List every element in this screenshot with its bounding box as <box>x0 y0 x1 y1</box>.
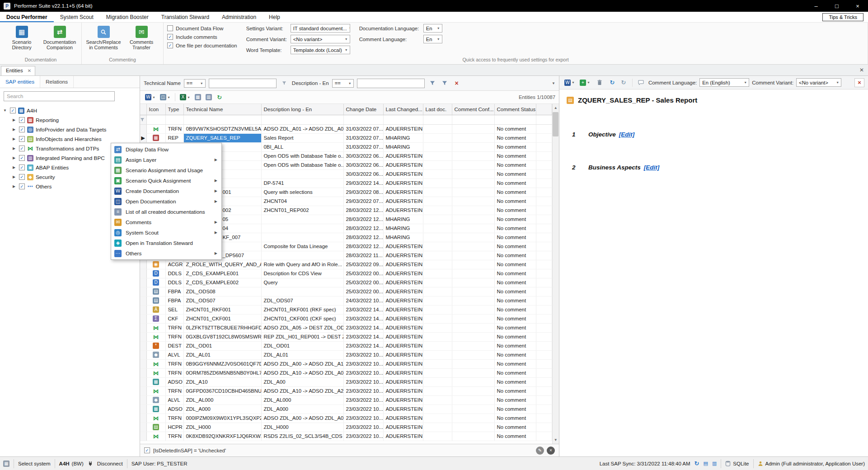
close-panel-icon[interactable]: × <box>854 78 864 87</box>
table-row[interactable]: ◆ ALVL ZDL_AL01 ZDL_AL01 23/03/2022 10..… <box>140 350 552 359</box>
clear-filter-icon[interactable]: × <box>452 79 461 88</box>
tree-checkbox[interactable] <box>19 117 25 123</box>
table-row[interactable]: * DEST ZDL_OD01 ZDL_OD01 23/03/2022 14..… <box>140 341 552 350</box>
tree-checkbox[interactable] <box>19 183 25 189</box>
export-excel-button[interactable]: X▼ <box>178 93 192 101</box>
table-row[interactable]: ⋈ TRFN 000IPZM09X9W0X1YPL3SQXP2F ADSO ZD… <box>140 414 552 423</box>
minimize-button[interactable]: – <box>806 0 826 12</box>
tree-item-infoprovider-and-data-targets[interactable]: ▶ ◎ InfoProvider and Data Targets <box>2 125 140 134</box>
refresh-button[interactable]: ↻ <box>215 93 224 101</box>
checkbox-icon[interactable] <box>167 25 173 31</box>
expander-icon[interactable]: ▶ <box>11 137 17 141</box>
table-row[interactable]: ⋈ TRFN 0GFPD0367CD10CBHD465BNU5 ADSO ZDL… <box>140 386 552 395</box>
table-row[interactable]: ▤ FBPA ZDL_ODS07 ZDL_ODS07 24/03/2022 10… <box>140 296 552 305</box>
menu-item-scenario-quick-assignment[interactable]: ▣ Scenario Quick Assignment ▶ <box>111 175 221 186</box>
disconnect-button[interactable]: Disconnect <box>97 461 123 466</box>
table-row[interactable]: ⋈ TRFN 0B9VW7KSHOSDTZN3VMEL5AF4 ADSO ZDL… <box>140 124 552 133</box>
add-section-button[interactable]: + ▼ <box>578 79 591 87</box>
expander-icon[interactable]: ▶ <box>11 165 17 169</box>
tree-checkbox[interactable] <box>19 174 25 180</box>
strip-close-icon[interactable]: ✕ <box>859 67 864 73</box>
table-row[interactable]: ▤ HCPR ZDL_H000 ZDL_H000 23/03/2022 10..… <box>140 423 552 432</box>
checkbox-include-comments[interactable]: Include comments <box>167 34 237 40</box>
maximize-button[interactable]: □ <box>826 0 847 12</box>
ribbon-tab-administration[interactable]: Administration <box>216 12 263 22</box>
history-button[interactable]: ↻ <box>619 79 628 87</box>
table-row[interactable]: ⋈ TRFN 0LZFKT9ZTTBC8UEE7RHHGFDGF ADSO ZD… <box>140 323 552 332</box>
tab-entities[interactable]: Entities ✕ <box>1 66 35 75</box>
refresh-button[interactable]: ↻ <box>608 79 617 87</box>
documentation-comparison-button[interactable]: ⇄ Documentation Comparison <box>42 25 78 57</box>
menu-item-comments[interactable]: ✉ Comments ▶ <box>111 217 221 227</box>
tree-checkbox[interactable] <box>19 136 25 142</box>
filter-value-1-input[interactable] <box>209 79 277 88</box>
grid-filter-row[interactable] <box>140 115 552 124</box>
vertical-scrollbar[interactable]: ▲ ▼ <box>552 104 559 444</box>
expander-icon[interactable]: ▶ <box>11 156 17 160</box>
select-system-button[interactable]: Select system <box>18 461 51 466</box>
sync-icon[interactable]: ↻ <box>694 460 699 467</box>
edit-link[interactable]: [Edit] <box>619 131 635 138</box>
menu-item-open-documentation[interactable]: ◫ Open Documentation ▶ <box>111 196 221 207</box>
footer-filter-checkbox[interactable] <box>144 447 150 453</box>
expander-icon[interactable]: ▼ <box>2 108 8 113</box>
scroll-down-icon[interactable]: ▼ <box>553 436 559 444</box>
expander-icon[interactable]: ▶ <box>11 175 17 179</box>
expander-icon[interactable]: ▶ <box>11 184 17 188</box>
remove-filter-icon[interactable]: × <box>547 446 555 455</box>
table-row[interactable]: D DDLS Z_CDS_EXAMPLE001 Description for … <box>140 269 552 278</box>
select-word-template[interactable]: Template.dotx (Local)▼ <box>291 46 350 54</box>
layout-icon[interactable]: ▤ <box>704 461 708 466</box>
close-button[interactable]: × <box>847 0 868 12</box>
scrollbar-thumb[interactable] <box>553 112 558 136</box>
export-word-button[interactable]: W▼ <box>144 93 157 101</box>
grid-layout-button[interactable]: ▥ <box>204 93 213 101</box>
edit-link[interactable]: [Edit] <box>644 164 660 171</box>
select-comment-language[interactable]: En▼ <box>423 35 442 43</box>
table-row[interactable]: ▦ ADSO ZDL_A000 ZDL_A000 23/03/2022 10..… <box>140 404 552 414</box>
checkbox-one-file-per-documentation[interactable]: One file per documentation <box>167 42 237 48</box>
table-row[interactable]: ⋈ TRFN 0K8XDB92QXNKRXF1JQ6RXWX8 RSDS Z2L… <box>140 432 552 441</box>
tab-relations[interactable]: Relations <box>40 76 74 88</box>
ribbon-tab-system-scout[interactable]: System Scout <box>54 12 100 22</box>
checkbox-icon[interactable] <box>167 42 173 48</box>
filter-editor-icon[interactable] <box>428 79 437 88</box>
scenario-directory-button[interactable]: ▦ Scenario Directory <box>4 25 40 57</box>
ribbon-tab-help[interactable]: Help <box>263 12 286 22</box>
export-document-button[interactable]: ◫▼ <box>159 93 172 101</box>
column-header-comment-status[interactable]: Comment Status <box>494 104 536 115</box>
column-header-technical-name[interactable]: Technical Name <box>183 104 261 115</box>
tree-checkbox[interactable] <box>19 127 25 132</box>
menu-item-create-documentation[interactable]: W Create Documentation ▶ <box>111 186 221 196</box>
menu-item-system-scout[interactable]: ◎ System Scout ▶ <box>111 227 221 238</box>
delete-button[interactable] <box>594 77 605 88</box>
expander-icon[interactable]: ▶ <box>11 118 17 122</box>
table-row[interactable]: ▤ FBPA ZDL_ODS08 25/03/2022 00... ADUERR… <box>140 287 552 296</box>
comment-language-select[interactable]: En (English)▼ <box>699 78 749 87</box>
menu-item-list-of-all-created-documentations[interactable]: ≡ List of all created documentations <box>111 207 221 217</box>
column-header-icon[interactable]: Icon <box>146 104 165 115</box>
column-header-last-changed[interactable]: Last Changed... <box>383 104 423 115</box>
menu-item-display-data-flow[interactable]: ⇄ Display Data Flow <box>111 144 221 155</box>
expander-icon[interactable]: ▶ <box>11 127 17 132</box>
table-row[interactable]: ▶ ▦ REP ZQUERY_SALES_REP Sales Report 31… <box>140 133 552 142</box>
edit-filter-icon[interactable]: ✎ <box>536 446 544 455</box>
filter-options-icon[interactable] <box>280 79 289 88</box>
comments-transfer-button[interactable]: ✉ Comments Transfer <box>123 25 160 57</box>
column-header-change-date[interactable]: Change Date <box>343 104 383 115</box>
tab-close-icon[interactable]: ✕ <box>28 68 31 73</box>
table-row[interactable]: ⋈ TRFN 0GXBLGV8T192CL8W0SMSWRGF REP ZDL_… <box>140 332 552 341</box>
filter-value-2-input[interactable] <box>357 79 425 88</box>
tree-item-infoobjects-and-hierarchies[interactable]: ▶ ▤ InfoObjects and Hierarchies <box>2 134 140 144</box>
search-replace-in-comments-button[interactable]: Search/Replace in Comments <box>85 25 122 57</box>
search-input[interactable] <box>4 91 115 101</box>
filter-op-2-select[interactable]: ==▼ <box>332 79 354 88</box>
filter-grid-icon[interactable] <box>440 79 449 88</box>
export-word-button[interactable]: W ▼ <box>563 79 576 87</box>
table-row[interactable]: A SEL ZHCNT01_RKF001 ZHCNT01_RKF001 (RKF… <box>140 305 552 314</box>
collapse-filter-chevron-icon[interactable]: ▼ <box>552 81 555 85</box>
tips-and-tricks-button[interactable]: Tips & Tricks <box>822 13 863 21</box>
tree-item-reporting[interactable]: ▶ ▦ Reporting <box>2 115 140 125</box>
select-documentation-language[interactable]: En▼ <box>423 24 442 33</box>
filter-op-1-select[interactable]: ==▼ <box>184 79 206 88</box>
